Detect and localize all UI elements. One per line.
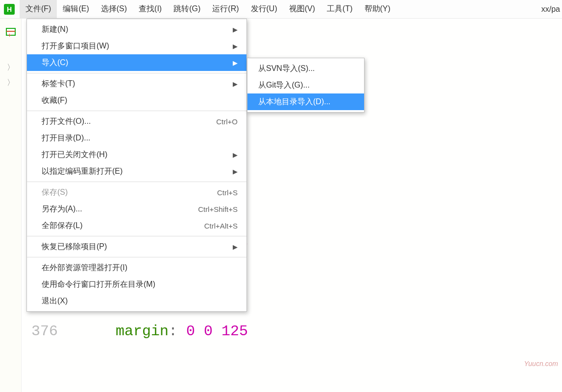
menu-item: 保存(S)Ctrl+S — [27, 184, 246, 201]
menu-item[interactable]: 退出(X) — [27, 293, 246, 309]
menu-separator — [27, 257, 246, 257]
menu-item-label: 打开已关闭文件(H) — [42, 150, 233, 160]
menubar-item-8[interactable]: 工具(T) — [321, 0, 358, 18]
code-token-punct: : — [169, 323, 186, 340]
menu-item-shortcut: Ctrl+S — [217, 188, 238, 197]
submenu-item-label: 从SVN导入(S)... — [258, 64, 355, 74]
menu-item-label: 恢复已移除项目(P) — [42, 242, 233, 252]
menu-item-label: 在外部资源管理器打开(I) — [42, 263, 238, 273]
menu-item-label: 打开文件(O)... — [42, 116, 216, 127]
submenu-item-label: 从本地目录导入(D)... — [258, 97, 355, 107]
app-icon: H — [4, 4, 15, 15]
menubar-item-6[interactable]: 发行(U) — [245, 0, 283, 18]
expand-icon-2[interactable]: 〉 — [0, 78, 21, 88]
menu-separator — [27, 236, 246, 236]
menu-item[interactable]: 打开文件(O)...Ctrl+O — [27, 113, 246, 130]
menubar-item-5[interactable]: 运行(R) — [206, 0, 244, 18]
menu-item-label: 退出(X) — [42, 296, 238, 306]
menu-item[interactable]: 恢复已移除项目(P)▶ — [27, 238, 246, 255]
menu-separator — [27, 73, 246, 73]
line-number: 376 — [22, 316, 58, 346]
submenu-arrow-icon: ▶ — [233, 243, 238, 251]
svg-text:+: + — [8, 32, 11, 38]
menu-item[interactable]: 使用命令行窗口打开所在目录(M) — [27, 276, 246, 293]
sidebar-gutter: + 〉 〉 — [0, 19, 22, 392]
menu-item-label: 导入(C) — [42, 58, 233, 68]
menu-item-label: 另存为(A)... — [42, 204, 198, 214]
menu-item-label: 收藏(F) — [42, 95, 238, 106]
menu-item-label: 使用命令行窗口打开所在目录(M) — [42, 279, 238, 290]
menu-separator — [27, 182, 246, 182]
submenu-arrow-icon: ▶ — [233, 151, 238, 159]
submenu-arrow-icon: ▶ — [233, 59, 238, 67]
submenu-arrow-icon: ▶ — [233, 26, 238, 33]
fold-cell — [65, 316, 80, 346]
menubar-item-9[interactable]: 帮助(Y) — [359, 0, 396, 18]
menu-separator — [27, 111, 246, 111]
menubar: H 文件(F)编辑(E)选择(S)查找(I)跳转(G)运行(R)发行(U)视图(… — [0, 0, 562, 19]
menu-item-shortcut: Ctrl+Shift+S — [198, 205, 238, 213]
submenu-item-label: 从Git导入(G)... — [258, 80, 355, 91]
submenu-arrow-icon: ▶ — [233, 43, 238, 50]
menu-item-label: 保存(S) — [42, 187, 217, 198]
menu-item-label: 标签卡(T) — [42, 79, 233, 89]
menu-item[interactable]: 以指定编码重新打开(E)▶ — [27, 163, 246, 180]
menu-item[interactable]: 另存为(A)...Ctrl+Shift+S — [27, 201, 246, 217]
menu-item[interactable]: 打开目录(D)... — [27, 130, 246, 146]
menu-item-shortcut: Ctrl+Alt+S — [204, 222, 238, 230]
code-token-indent — [80, 323, 116, 340]
menu-item-shortcut: Ctrl+O — [216, 117, 238, 126]
menu-item[interactable]: 在外部资源管理器打开(I) — [27, 259, 246, 276]
menu-item-label: 以指定编码重新打开(E) — [42, 166, 233, 177]
submenu-item[interactable]: 从SVN导入(S)... — [247, 60, 364, 77]
code-line[interactable]: margin: 0 0 125 — [80, 316, 562, 346]
submenu-arrow-icon: ▶ — [233, 80, 238, 88]
menu-item-label: 新建(N) — [42, 24, 233, 35]
code-token-val: 0 0 125 — [186, 323, 248, 340]
menu-item[interactable]: 全部保存(L)Ctrl+Alt+S — [27, 217, 246, 234]
menubar-item-4[interactable]: 跳转(G) — [168, 0, 206, 18]
menu-item[interactable]: 新建(N)▶ — [27, 21, 246, 38]
menu-item-label: 全部保存(L) — [42, 221, 204, 231]
menu-item[interactable]: 打开已关闭文件(H)▶ — [27, 146, 246, 163]
menu-item[interactable]: 标签卡(T)▶ — [27, 75, 246, 92]
file-menu-dropdown: 新建(N)▶打开多窗口项目(W)▶导入(C)▶标签卡(T)▶收藏(F)打开文件(… — [26, 19, 247, 312]
submenu-item[interactable]: 从Git导入(G)... — [247, 77, 364, 93]
import-submenu: 从SVN导入(S)...从Git导入(G)...从本地目录导入(D)... — [247, 58, 365, 113]
menubar-item-2[interactable]: 选择(S) — [95, 0, 133, 18]
menubar-item-3[interactable]: 查找(I) — [133, 0, 168, 18]
menu-item-label: 打开多窗口项目(W) — [42, 41, 233, 51]
menu-item[interactable]: 导入(C)▶ — [27, 54, 246, 71]
submenu-item[interactable]: 从本地目录导入(D)... — [247, 93, 364, 110]
menu-item[interactable]: 收藏(F) — [27, 92, 246, 109]
title-path: xx/pa — [541, 5, 562, 14]
menubar-item-0[interactable]: 文件(F) — [20, 0, 57, 18]
panel-icon[interactable]: + — [5, 26, 17, 38]
menu-item-label: 打开目录(D)... — [42, 133, 238, 143]
menubar-item-7[interactable]: 视图(V) — [283, 0, 321, 18]
menubar-item-1[interactable]: 编辑(E) — [57, 0, 95, 18]
expand-icon-1[interactable]: 〉 — [0, 63, 21, 73]
menu-item[interactable]: 打开多窗口项目(W)▶ — [27, 38, 246, 54]
submenu-arrow-icon: ▶ — [233, 168, 238, 175]
code-token-prop: margin — [116, 323, 169, 340]
